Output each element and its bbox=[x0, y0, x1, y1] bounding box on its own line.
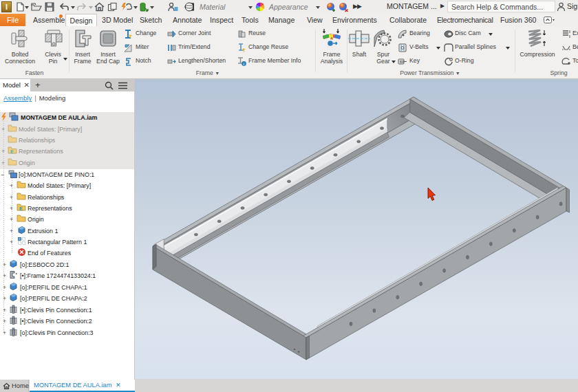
svg-text:E: E bbox=[19, 206, 23, 211]
svg-text:E: E bbox=[10, 149, 14, 154]
